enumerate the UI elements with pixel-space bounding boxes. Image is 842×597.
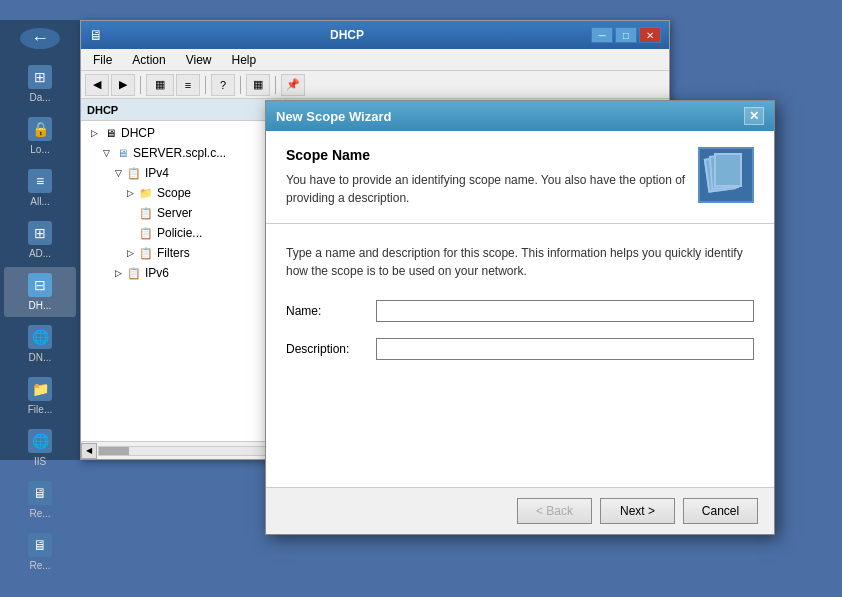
dashboard-icon: ⊞	[28, 65, 52, 89]
wizard-content-description: Type a name and description for this sco…	[286, 244, 754, 280]
toolbar-forward[interactable]: ▶	[111, 74, 135, 96]
wizard-section-title: Scope Name	[286, 147, 686, 163]
sidebar-item-label: Lo...	[30, 144, 49, 155]
dhcp-icon: ⊟	[28, 273, 52, 297]
tree-item-ipv6[interactable]: ▷ 📋 IPv6	[81, 263, 285, 283]
tree-label-server-policies: Server	[157, 206, 192, 220]
window-controls: ─ □ ✕	[591, 27, 661, 43]
iis-icon: 🌐	[28, 429, 52, 453]
tree-icon-filters: 📋	[138, 245, 154, 261]
sidebar-item-remote2[interactable]: 🖥 Re...	[4, 527, 76, 577]
sidebar-item-label: DN...	[29, 352, 52, 363]
dns-icon: 🌐	[28, 325, 52, 349]
tree-label-policies: Policie...	[157, 226, 202, 240]
toolbar-separator-2	[205, 76, 206, 94]
tree-icon-server: 🖥	[114, 145, 130, 161]
scroll-track[interactable]	[98, 446, 268, 456]
sidebar-item-label: IIS	[34, 456, 46, 467]
wizard-content: Type a name and description for this sco…	[266, 224, 774, 487]
name-label: Name:	[286, 304, 376, 318]
tree-label-filters: Filters	[157, 246, 190, 260]
tree-item-policies[interactable]: 📋 Policie...	[81, 223, 285, 243]
sidebar-item-dns[interactable]: 🌐 DN...	[4, 319, 76, 369]
tree-item-filters[interactable]: ▷ 📋 Filters	[81, 243, 285, 263]
menu-file[interactable]: File	[85, 51, 120, 69]
tree-item-server[interactable]: ▽ 🖥 SERVER.scpl.c...	[81, 143, 285, 163]
tree-item-dhcp[interactable]: ▷ 🖥 DHCP	[81, 123, 285, 143]
all-icon: ≡	[28, 169, 52, 193]
ad-icon: ⊞	[28, 221, 52, 245]
menu-help[interactable]: Help	[224, 51, 265, 69]
sidebar-item-remote1[interactable]: 🖥 Re...	[4, 475, 76, 525]
toolbar-action1[interactable]: ▦	[246, 74, 270, 96]
back-button[interactable]: < Back	[517, 498, 592, 524]
tree-arrow-scope: ▷	[125, 188, 135, 198]
toolbar-separator-1	[140, 76, 141, 94]
next-button[interactable]: Next >	[600, 498, 675, 524]
tree-label-ipv4: IPv4	[145, 166, 169, 180]
sidebar-item-all[interactable]: ≡ All...	[4, 163, 76, 213]
close-button[interactable]: ✕	[639, 27, 661, 43]
toolbar-back[interactable]: ◀	[85, 74, 109, 96]
sidebar-item-file[interactable]: 📁 File...	[4, 371, 76, 421]
tree-icon-scope: 📁	[138, 185, 154, 201]
scroll-thumb	[99, 447, 129, 455]
tree-arrow-filters: ▷	[125, 248, 135, 258]
sidebar-item-ad[interactable]: ⊞ AD...	[4, 215, 76, 265]
wizard-close-button[interactable]: ✕	[744, 107, 764, 125]
maximize-button[interactable]: □	[615, 27, 637, 43]
desktop: ← ⊞ Da... 🔒 Lo... ≡ All... ⊞ AD... ⊟ DH.…	[0, 0, 842, 597]
sidebar-item-label: File...	[28, 404, 52, 415]
description-input[interactable]	[376, 338, 754, 360]
minimize-button[interactable]: ─	[591, 27, 613, 43]
toolbar-separator-4	[275, 76, 276, 94]
sidebar-item-label: Re...	[29, 560, 50, 571]
tree-label-ipv6: IPv6	[145, 266, 169, 280]
toolbar-show-hide[interactable]: ▦	[146, 74, 174, 96]
description-form-row: Description:	[286, 338, 754, 360]
toolbar-help[interactable]: ?	[211, 74, 235, 96]
wizard-book-icon	[704, 153, 748, 197]
tree-icon-dhcp: 🖥	[102, 125, 118, 141]
tree-label-scope: Scope	[157, 186, 191, 200]
wizard-dialog: New Scope Wizard ✕ Scope Name You have t…	[265, 100, 775, 535]
tree-item-scope[interactable]: ▷ 📁 Scope	[81, 183, 285, 203]
sidebar-item-label: Da...	[29, 92, 50, 103]
toolbar-list[interactable]: ≡	[176, 74, 200, 96]
name-input[interactable]	[376, 300, 754, 322]
sidebar-item-dhcp[interactable]: ⊟ DH...	[4, 267, 76, 317]
name-form-row: Name:	[286, 300, 754, 322]
wizard-footer: < Back Next > Cancel	[266, 487, 774, 534]
tree-arrow-ipv6: ▷	[113, 268, 123, 278]
scroll-left-btn[interactable]: ◀	[81, 443, 97, 459]
sidebar-item-iis[interactable]: 🌐 IIS	[4, 423, 76, 473]
wizard-body: Scope Name You have to provide an identi…	[266, 131, 774, 534]
back-button[interactable]: ←	[20, 28, 60, 49]
wizard-description: You have to provide an identifying scope…	[286, 171, 686, 207]
cancel-button[interactable]: Cancel	[683, 498, 758, 524]
file-icon: 📁	[28, 377, 52, 401]
menu-action[interactable]: Action	[124, 51, 173, 69]
toolbar-action2[interactable]: 📌	[281, 74, 305, 96]
wizard-header-section: Scope Name You have to provide an identi…	[266, 131, 774, 224]
tree-arrow-ipv4: ▽	[113, 168, 123, 178]
tree-horizontal-scrollbar[interactable]: ◀ ▶	[81, 441, 285, 459]
toolbar: ◀ ▶ ▦ ≡ ? ▦ 📌	[81, 71, 669, 99]
tree-item-server-policies[interactable]: 📋 Server	[81, 203, 285, 223]
sidebar-item-label: Re...	[29, 508, 50, 519]
description-label: Description:	[286, 342, 376, 356]
sidebar-item-label: DH...	[29, 300, 52, 311]
sidebar-item-local[interactable]: 🔒 Lo...	[4, 111, 76, 161]
sidebar-item-dashboard[interactable]: ⊞ Da...	[4, 59, 76, 109]
window-title: DHCP	[103, 28, 591, 42]
sidebar-item-label: All...	[30, 196, 49, 207]
menu-view[interactable]: View	[178, 51, 220, 69]
book-page-3	[714, 153, 742, 187]
tree-item-ipv4[interactable]: ▽ 📋 IPv4	[81, 163, 285, 183]
tree-header: DHCP	[81, 99, 285, 121]
local-icon: 🔒	[28, 117, 52, 141]
sidebar-item-label: AD...	[29, 248, 51, 259]
tree-arrow-dhcp: ▷	[89, 128, 99, 138]
tree-icon-policies: 📋	[138, 225, 154, 241]
tree-icon-server-policies: 📋	[138, 205, 154, 221]
